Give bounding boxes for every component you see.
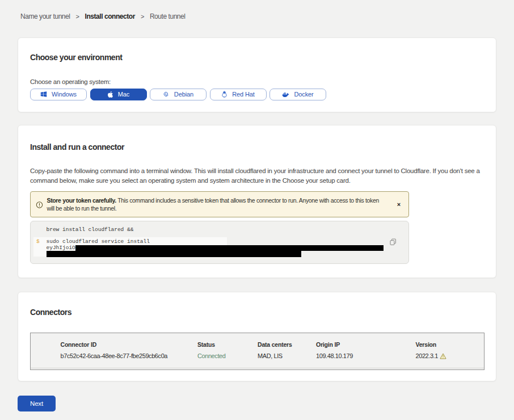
redacted-token-bar-1 bbox=[75, 245, 384, 251]
token-prefix: eyJhIjoiO bbox=[47, 245, 75, 251]
debian-icon bbox=[163, 91, 170, 98]
connectors-card: Connectors Connector ID Status Data cent… bbox=[18, 292, 496, 381]
os-button-group: Windows Mac Debian Red Hat bbox=[30, 89, 484, 101]
connectors-table: Connector ID Status Data centers Origin … bbox=[30, 333, 484, 370]
os-button-label: Red Hat bbox=[232, 91, 255, 98]
connector-status-value: Connected bbox=[197, 352, 258, 359]
col-origin-ip: Origin IP bbox=[316, 341, 416, 348]
os-select-label: Choose an operating system: bbox=[30, 78, 484, 86]
token-warning-title: Store your token carefully. bbox=[47, 197, 116, 204]
warning-triangle-icon bbox=[440, 353, 446, 359]
install-connector-card: Install and run a connector Copy-paste t… bbox=[18, 125, 496, 278]
os-button-label: Debian bbox=[174, 91, 193, 98]
os-button-debian[interactable]: Debian bbox=[150, 89, 207, 101]
token-warning-alert: Store your token carefully. This command… bbox=[30, 191, 409, 217]
environment-card-title: Choose your environment bbox=[30, 53, 484, 62]
os-button-mac[interactable]: Mac bbox=[90, 89, 147, 101]
install-command-codeblock: $ brew install cloudflared && sudo cloud… bbox=[30, 221, 409, 264]
connectors-table-header: Connector ID Status Data centers Origin … bbox=[31, 333, 484, 348]
windows-icon bbox=[40, 91, 47, 98]
next-button[interactable]: Next bbox=[18, 396, 56, 411]
connector-data-centers-value: MAD, LIS bbox=[258, 352, 316, 359]
linux-penguin-icon bbox=[221, 91, 227, 98]
connector-row: b7c52c42-6caa-48ee-8c77-fbe259cb6c0a Con… bbox=[31, 352, 484, 368]
col-connector-id: Connector ID bbox=[61, 341, 198, 348]
breadcrumb-route-tunnel[interactable]: Route tunnel bbox=[150, 12, 186, 20]
os-button-windows[interactable]: Windows bbox=[30, 89, 87, 101]
connector-id-value: b7c52c42-6caa-48ee-8c77-fbe259cb6c0a bbox=[61, 352, 198, 359]
os-button-docker[interactable]: Docker bbox=[269, 89, 326, 101]
environment-card: Choose your environment Choose an operat… bbox=[18, 37, 496, 112]
col-version: Version bbox=[416, 341, 484, 348]
install-command-line1: brew install cloudflared && bbox=[47, 227, 409, 233]
os-button-label: Windows bbox=[52, 91, 77, 98]
install-command-rest: sudo cloudflared service install eyJhIjo… bbox=[47, 239, 409, 257]
breadcrumb-name-your-tunnel[interactable]: Name your tunnel bbox=[20, 12, 70, 20]
token-warning-text: Store your token carefully. This command… bbox=[47, 196, 381, 212]
breadcrumb-separator: > bbox=[141, 13, 144, 20]
redacted-token-bar-2 bbox=[47, 251, 301, 257]
connector-version-value: 2022.3.1 bbox=[416, 352, 484, 359]
connector-origin-ip-value: 109.48.10.179 bbox=[316, 352, 416, 359]
col-status: Status bbox=[197, 341, 258, 348]
close-icon[interactable]: × bbox=[395, 200, 403, 208]
breadcrumb: Name your tunnel > Install connector > R… bbox=[20, 12, 186, 20]
os-button-redhat[interactable]: Red Hat bbox=[210, 89, 267, 101]
os-button-label: Mac bbox=[118, 91, 129, 98]
terminal-prompt: $ bbox=[36, 239, 40, 245]
apple-icon bbox=[107, 91, 113, 98]
docker-icon bbox=[282, 91, 289, 98]
info-circle-icon bbox=[36, 200, 43, 208]
breadcrumb-install-connector[interactable]: Install connector bbox=[85, 12, 135, 20]
install-card-description: Copy-paste the following command into a … bbox=[30, 166, 484, 185]
install-command-line2: sudo cloudflared service install bbox=[47, 239, 409, 245]
os-button-label: Docker bbox=[294, 91, 313, 98]
connectors-card-title: Connectors bbox=[30, 308, 484, 317]
col-data-centers: Data centers bbox=[258, 341, 316, 348]
install-card-title: Install and run a connector bbox=[30, 142, 484, 152]
breadcrumb-separator: > bbox=[76, 13, 79, 20]
